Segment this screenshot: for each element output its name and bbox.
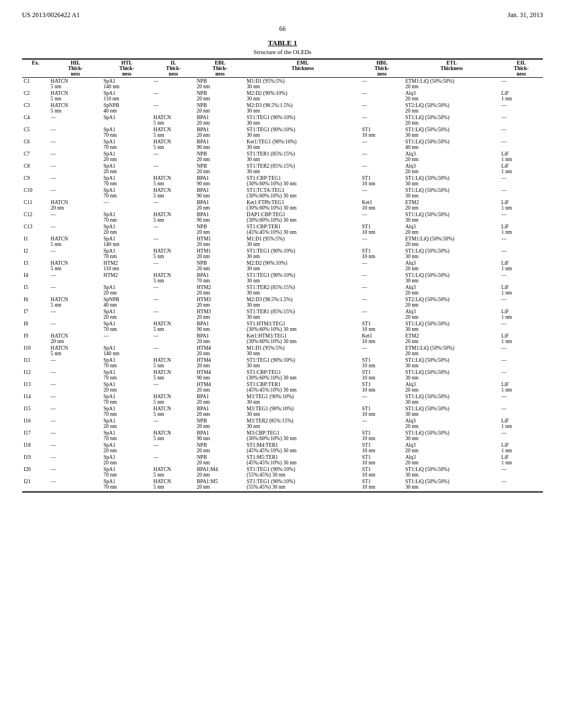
- cell-ex: C3: [22, 102, 49, 114]
- cell-ebl: BPA190 nm: [195, 211, 245, 223]
- cell-eil: —: [500, 248, 543, 260]
- cell-etl: Alq320 nm: [403, 454, 499, 466]
- cell-ebl: BPA120 nm: [195, 405, 245, 417]
- cell-eil: —: [500, 138, 543, 151]
- cell-hil: —: [49, 442, 102, 454]
- cell-htl: SpA170 nm: [102, 430, 152, 442]
- cell-ebl: BPA190 nm: [195, 430, 245, 442]
- cell-hil: HATCN5 nm: [49, 260, 102, 272]
- cell-eml: ST1:CBP:TEG1(30%:60%:10%) 30 nm: [245, 175, 360, 187]
- cell-eml: ST1:TEG1 (90%:10%)30 nm: [245, 114, 360, 126]
- cell-hil: —: [49, 405, 102, 417]
- cell-etl: ST1:LiQ (50%:50%)30 nm: [403, 369, 499, 381]
- cell-hbl: —: [360, 138, 403, 151]
- cell-ebl: HTM420 nm: [195, 345, 245, 357]
- cell-hbl: —: [360, 151, 403, 163]
- cell-ex: I16: [22, 417, 49, 430]
- cell-hil: —: [49, 320, 102, 333]
- cell-hil: —: [49, 417, 102, 430]
- cell-ex: I7: [22, 308, 49, 320]
- table-row: I5—SpA120 nm—HTM220 nmST1:TER2 (85%:15%)…: [22, 284, 543, 296]
- cell-hbl: ST110 nm: [360, 442, 403, 454]
- table-row: I7—SpA120 nm—HTM320 nmST1:TER1 (85%:15%)…: [22, 308, 543, 320]
- cell-hil: —: [49, 126, 102, 138]
- cell-htl: SpA120 nm: [102, 381, 152, 393]
- cell-hil: HATCN20 nm: [49, 333, 102, 345]
- cell-il: —: [152, 345, 195, 357]
- cell-eil: —: [500, 187, 543, 199]
- col-header-etl: ETLThickness: [403, 59, 499, 78]
- cell-eml: ST1:CBP:TEG1(30%:60%:10%) 30 nm: [245, 369, 360, 381]
- cell-etl: ST1:LiQ (50%:50%)30 nm: [403, 272, 499, 284]
- cell-eml: ST1:TER2 (85%:15%)30 nm: [245, 284, 360, 296]
- cell-htl: SpA170 nm: [102, 369, 152, 381]
- cell-ex: C1: [22, 78, 49, 90]
- cell-il: —: [152, 90, 195, 102]
- cell-ex: C12: [22, 211, 49, 223]
- table-title: TABLE 1: [22, 39, 543, 47]
- cell-eml: ST1:TEG1 (90%:10%)30 nm: [245, 357, 360, 369]
- cell-hil: —: [49, 151, 102, 163]
- cell-hbl: —: [360, 296, 403, 308]
- cell-ebl: HTM220 nm: [195, 284, 245, 296]
- cell-eil: LiF1 nm: [500, 454, 543, 466]
- cell-eml: M2:D2 (90%:10%)30 nm: [245, 260, 360, 272]
- cell-ebl: HTM120 nm: [195, 235, 245, 248]
- table-row: I3HATCN5 nmHTM2110 nm—NPB20 nmM2:D2 (90%…: [22, 260, 543, 272]
- cell-hbl: —: [360, 284, 403, 296]
- cell-eml: ST1:TER1 (85%:15%)30 nm: [245, 151, 360, 163]
- cell-ebl: NPB20 nm: [195, 151, 245, 163]
- cell-etl: ST1:LiQ (50%:50%)30 nm: [403, 393, 499, 405]
- cell-eil: LiF1 nm: [500, 333, 543, 345]
- cell-etl: ETM220 nm: [403, 333, 499, 345]
- table-row: I1HATCN5 nmSpA1140 nm—HTM120 nmM1:D1 (95…: [22, 235, 543, 248]
- cell-htl: SpA170 nm: [102, 357, 152, 369]
- cell-ebl: BPA120 nm: [195, 333, 245, 345]
- cell-htl: SpA1140 nm: [102, 345, 152, 357]
- table-row: I17—SpA170 nmHATCN5 nmBPA190 nmM3:CBP:TE…: [22, 430, 543, 442]
- table-row: I11—SpA170 nmHATCN5 nmHTM420 nmST1:TEG1 …: [22, 357, 543, 369]
- cell-eml: DAP1:CBP:TEG1(30%:60%:10%) 30 nm: [245, 211, 360, 223]
- cell-htl: SpA170 nm: [102, 393, 152, 405]
- cell-ebl: BPA120 nm: [195, 199, 245, 211]
- cell-etl: Alq320 nm: [403, 442, 499, 454]
- table-subtitle: Structure of the OLEDs: [22, 49, 543, 55]
- cell-hbl: ST110 nm: [360, 369, 403, 381]
- cell-eml: Ket1:HTM3:TEG1(30%:60%:10%) 30 nm: [245, 333, 360, 345]
- cell-etl: Alq320 nm: [403, 381, 499, 393]
- cell-ex: I3: [22, 260, 49, 272]
- cell-ex: I14: [22, 393, 49, 405]
- cell-etl: Alq320 nm: [403, 90, 499, 102]
- cell-il: —: [152, 163, 195, 175]
- cell-il: HATCN5 nm: [152, 114, 195, 126]
- cell-htl: SpA120 nm: [102, 417, 152, 430]
- cell-eil: LiF1 nm: [500, 260, 543, 272]
- cell-htl: SpA170 nm: [102, 320, 152, 333]
- cell-hil: HATCN5 nm: [49, 90, 102, 102]
- cell-hbl: ST110 nm: [360, 454, 403, 466]
- cell-ex: I1: [22, 235, 49, 248]
- table-row: C9—SpA170 nmHATCN5 nmBPA190 nmST1:CBP:TE…: [22, 175, 543, 187]
- cell-etl: Alq320 nm: [403, 284, 499, 296]
- cell-hbl: —: [360, 187, 403, 199]
- cell-eml: ST1:CBP:TER1(45%:45%:10%) 30 nm: [245, 381, 360, 393]
- cell-ebl: NPB20 nm: [195, 223, 245, 235]
- cell-il: —: [152, 151, 195, 163]
- cell-ex: I11: [22, 357, 49, 369]
- page: US 2013/0026422 A1 Jan. 31, 2013 66 TABL…: [0, 0, 565, 728]
- cell-hil: —: [49, 381, 102, 393]
- cell-hbl: ST110 nm: [360, 357, 403, 369]
- cell-etl: ETM1:LiQ (50%:50%)20 nm: [403, 78, 499, 90]
- cell-ex: I5: [22, 284, 49, 296]
- cell-htl: SpA120 nm: [102, 308, 152, 320]
- cell-hbl: Ket110 nm: [360, 333, 403, 345]
- cell-hbl: —: [360, 78, 403, 90]
- table-row: I6HATCN5 nmSpNPB40 nm—HTM320 nmM2:D3 (98…: [22, 296, 543, 308]
- cell-il: —: [152, 333, 195, 345]
- table-row: I15—SpA170 nmHATCN5 nmBPA120 nmM3:TEG1 (…: [22, 405, 543, 417]
- table-row: I14—SpA170 nmHATCN5 nmBPA120 nmM3:TEG1 (…: [22, 393, 543, 405]
- cell-htl: SpA120 nm: [102, 151, 152, 163]
- cell-il: HATCN5 nm: [152, 369, 195, 381]
- cell-etl: ST1:LiQ (50%:50%)30 nm: [403, 175, 499, 187]
- cell-htl: SpA170 nm: [102, 466, 152, 478]
